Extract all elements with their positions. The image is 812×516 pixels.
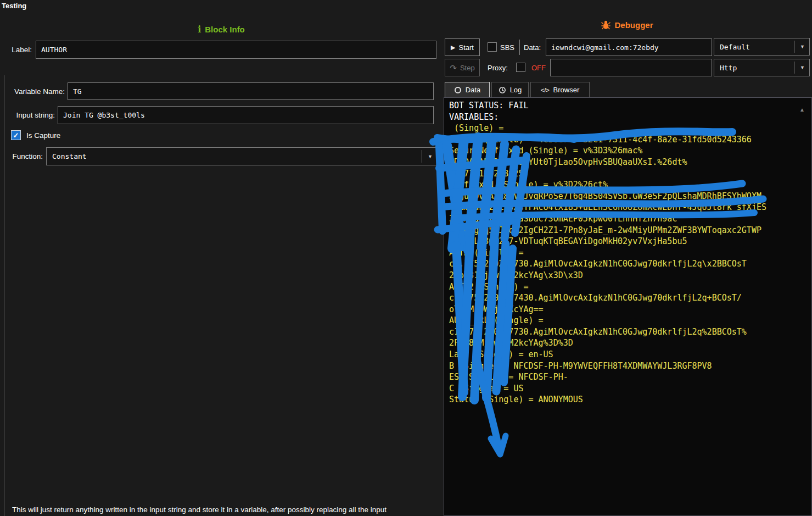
input-string-label: Input string: (5, 111, 55, 119)
console-line: ES (Single) = NFCDSF-PH- (449, 371, 811, 383)
console-line: 3xumadau/buAaMaSDuc73OmAEP05kpwO0TLnnHfZ… (449, 213, 811, 225)
console-line: oT81MjOWFjM2KcYAg== (449, 304, 811, 315)
tab-browser[interactable]: </> Browser (530, 82, 590, 98)
start-button[interactable]: ▶ Start (445, 38, 480, 56)
step-icon: ↷ (450, 64, 457, 72)
console-line: 2FoT81MjOwFjM2kcYAg%3D%3D (449, 337, 811, 349)
label-field-label: Label: (5, 46, 32, 54)
dropdown-separator (794, 62, 794, 74)
proxy-type-dropdown[interactable]: Http ▼ (714, 59, 810, 76)
console-line: Lang (Single) = en-US (449, 349, 811, 360)
tab-data-label: Data (466, 86, 480, 94)
input-string-input[interactable] (58, 106, 434, 124)
console-line: 3DAQABABSDUUFaabYUt0TjLao5OvpHvSBUQaaUXs… (449, 157, 811, 168)
tab-log[interactable]: Log (491, 82, 529, 98)
console-line: 3D1717170238025 (449, 168, 811, 180)
debugger-header: Debugger (443, 20, 812, 30)
console-line: AUTH_URL (Single) = (449, 315, 811, 326)
start-label: Start (459, 43, 474, 52)
section-divider (4, 75, 5, 516)
console-line: Status (Single) = ANONYMOUS (449, 394, 811, 406)
block-info-panel: i Block Info Label: Variable Name: Input… (0, 0, 443, 516)
checkmark-icon: ✓ (13, 132, 19, 139)
console-line: VARIABLES: (449, 112, 811, 123)
console-line: AUTH2 (Single) = (449, 281, 811, 293)
console-line: DAm6hLn3052S7-VDTuqKTqBEGAYiDgoMkH02yv7V… (449, 236, 811, 247)
bug-icon (601, 20, 611, 30)
tab-browser-label: Browser (553, 86, 580, 94)
console-line: c1.175.2802377430.AgiMlOvcAxIgkzN1hC0GJw… (449, 292, 811, 304)
console-line: 2FoT81MjOwFjM2kcYAg\x3D\x3D (449, 270, 811, 281)
block-info-header: i Block Info (0, 24, 443, 35)
info-icon: i (198, 24, 201, 35)
console-line: flwssn (Single) = 4cb0e7d4-b2c1-7311-4c4… (449, 134, 811, 146)
debugger-title: Debugger (614, 20, 653, 30)
tab-log-label: Log (510, 86, 522, 94)
sbs-checkbox[interactable] (488, 42, 497, 52)
sbs-label: SBS (500, 43, 514, 52)
data-label: Data: (524, 43, 541, 52)
code-icon: </> (541, 87, 550, 93)
proxy-type-value: Http (714, 64, 737, 72)
app-window: Testing i Block Info Label: Variable Nam… (0, 0, 812, 516)
console-line: SecureNetflixId (Single) = v%3D3%26mac% (449, 145, 811, 157)
data-tab-icon (454, 86, 462, 94)
data-input[interactable] (546, 38, 712, 56)
play-icon: ▶ (451, 44, 455, 51)
console-line: lKNmoahb2RZnpX4YFAcU4tX185+uLEn3C6noUZom… (449, 202, 811, 213)
controls-separator (519, 40, 520, 55)
console-line: c1.175.280237730.AgiMlOvcAxIgkzN1hC0GJwg… (449, 326, 811, 338)
dropdown-separator (422, 150, 422, 163)
function-label: Function: (5, 152, 43, 160)
is-capture-checkbox[interactable]: ✓ (11, 130, 21, 140)
scrollbar-up-arrow[interactable]: ▲ (799, 107, 805, 113)
history-icon (499, 86, 506, 94)
is-capture-label: Is Capture (26, 131, 60, 140)
console-line: 3ogujOvcAxK8AVwJvqRPoSe7T6g4BS04SVSb.GW3… (449, 191, 811, 202)
wordlist-type-value: Default (714, 43, 750, 51)
step-label: Step (460, 64, 475, 72)
console-line: L0wW9gxq58JYc12IgCH2Z1-7Pn8yJaE_m-2w4Miy… (449, 225, 811, 236)
debugger-panel: Debugger ▶ Start SBS Data: Default ▼ ↷ S… (443, 0, 812, 516)
proxy-label: Proxy: (488, 64, 508, 72)
console-line: C (Single) = US (449, 383, 811, 395)
label-input[interactable] (36, 41, 436, 59)
block-description: This will just return anything written i… (12, 506, 435, 514)
tab-data[interactable]: Data (445, 82, 490, 98)
chevron-down-icon: ▼ (800, 65, 805, 70)
console-line: NetflixId (Single) = v%3D2%26ct% (449, 179, 811, 191)
chevron-down-icon: ▼ (800, 44, 805, 49)
variable-name-label: Variable Name: (5, 87, 65, 96)
function-dropdown[interactable]: Constant ▼ (46, 147, 438, 165)
console-line: (Single) = (449, 123, 811, 134)
proxy-input[interactable] (550, 59, 712, 76)
variable-name-input[interactable] (68, 82, 434, 100)
proxy-checkbox[interactable] (516, 63, 525, 72)
wordlist-type-dropdown[interactable]: Default ▼ (714, 38, 810, 56)
proxy-status: OFF (531, 64, 546, 72)
console-line: AUTH (Single) = (449, 247, 811, 259)
debugger-console[interactable]: BOT STATUS: FAIL VARIABLES: (Single) = f… (444, 97, 812, 516)
dropdown-separator (794, 41, 794, 53)
block-info-title: Block Info (205, 25, 245, 34)
function-value: Constant (47, 152, 87, 160)
console-line: BOT STATUS: FAIL (449, 100, 811, 112)
console-line: c1.175.280237730.AgiMlOvcAxIgkzN1hC0GJwg… (449, 258, 811, 270)
chevron-down-icon: ▼ (428, 153, 433, 159)
step-button[interactable]: ↷ Step (445, 59, 480, 76)
console-line: B (Single) = NFCDSF-PH-M9YWVEQFFH8T4XDMW… (449, 360, 811, 372)
